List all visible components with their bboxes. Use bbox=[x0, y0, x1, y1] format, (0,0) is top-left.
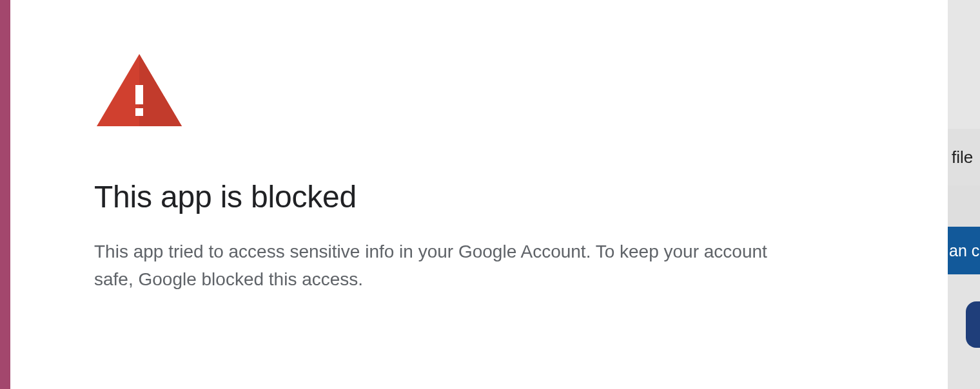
background-panel-top bbox=[948, 0, 980, 129]
svg-rect-2 bbox=[135, 85, 143, 104]
dialog-content: This app is blocked This app tried to ac… bbox=[94, 52, 896, 294]
blocked-app-dialog: This app is blocked This app tried to ac… bbox=[10, 0, 948, 389]
window-left-stripe bbox=[0, 0, 10, 389]
background-file-label: file bbox=[952, 147, 973, 167]
dialog-description: This app tried to access sensitive info … bbox=[94, 238, 810, 294]
background-pill-button bbox=[966, 301, 980, 348]
background-file-row: file bbox=[948, 129, 980, 185]
warning-triangle-icon bbox=[94, 52, 184, 129]
svg-marker-1 bbox=[139, 54, 182, 126]
background-panel-mid bbox=[948, 185, 980, 227]
svg-rect-3 bbox=[135, 108, 143, 116]
dialog-heading: This app is blocked bbox=[94, 179, 896, 214]
background-blue-row: an c bbox=[948, 227, 980, 274]
background-blue-label: an c bbox=[949, 242, 979, 260]
